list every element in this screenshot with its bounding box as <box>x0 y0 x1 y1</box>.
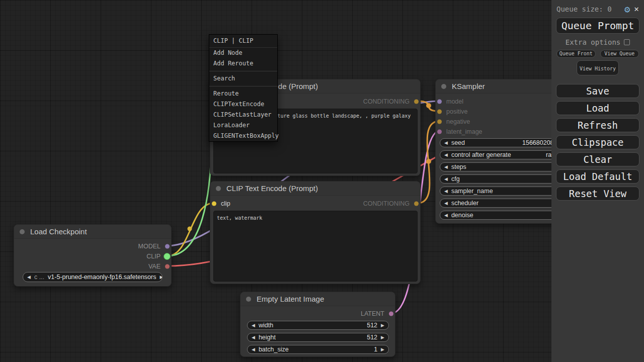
output-slot-latent[interactable]: LATENT <box>240 309 395 319</box>
decrement-arrow-icon[interactable]: ◀ <box>444 174 448 184</box>
queue-prompt-button[interactable]: Queue Prompt <box>556 18 639 34</box>
increment-arrow-icon[interactable]: ▶ <box>381 321 384 330</box>
positive-input-dot[interactable] <box>437 110 442 114</box>
node-clip-text-encode-negative[interactable]: CLIP Text Encode (Prompt) clip CONDITION… <box>210 181 421 284</box>
widget-label: width <box>259 322 273 329</box>
link-middot-positive <box>426 103 431 108</box>
load-default-button[interactable]: Load Default <box>556 169 639 184</box>
slot-label: LATENT <box>361 310 384 317</box>
menu-item-loraloader[interactable]: LoraLoader <box>209 120 277 131</box>
menu-item-add-reroute[interactable]: Add Reroute <box>209 58 277 69</box>
widget-value[interactable]: 1 <box>374 346 377 353</box>
conditioning-output-dot[interactable] <box>414 100 419 104</box>
output-slot-clip[interactable]: CLIP <box>14 251 171 261</box>
slot-label: CONDITIONING <box>363 200 410 207</box>
negative-input-dot[interactable] <box>437 120 442 124</box>
output-slot-model[interactable]: MODEL <box>14 241 171 251</box>
prev-arrow-icon[interactable]: ◀ <box>27 273 31 282</box>
slot-label: CONDITIONING <box>363 98 410 105</box>
node-empty-latent-image[interactable]: Empty Latent Image LATENT ◀ width 512 ▶ … <box>240 292 395 357</box>
node-title-bar[interactable]: Empty Latent Image <box>240 292 395 306</box>
menu-separator <box>209 86 277 86</box>
settings-gear-icon[interactable]: ⚙ <box>624 5 630 13</box>
collapse-dot-icon[interactable] <box>216 186 221 191</box>
decrement-arrow-icon[interactable]: ◀ <box>252 333 255 342</box>
next-arrow-icon[interactable]: ▶ <box>159 273 163 282</box>
sidebar-button-stack: Save Load Refresh Clipspace Clear Load D… <box>556 84 639 201</box>
menu-item-search[interactable]: Search <box>209 73 277 84</box>
latent-image-input-dot[interactable] <box>437 130 442 134</box>
node-canvas[interactable]: CLIP Text Encode (Prompt) clip CONDITION… <box>0 0 644 362</box>
vae-output-dot[interactable] <box>165 264 170 269</box>
menu-separator <box>209 71 277 71</box>
load-button[interactable]: Load <box>556 101 639 115</box>
view-history-row: View History <box>551 60 644 75</box>
wire-dragging-clip[interactable] <box>168 142 211 256</box>
collapse-dot-icon[interactable] <box>441 84 446 89</box>
clipspace-button[interactable]: Clipspace <box>556 135 639 149</box>
node-title-bar[interactable]: CLIP Text Encode (Prompt) <box>210 182 420 196</box>
widget-label: cfg <box>451 175 460 183</box>
latent-output-dot[interactable] <box>389 312 393 316</box>
decrement-arrow-icon[interactable]: ◀ <box>444 187 448 196</box>
link-middot-negative <box>426 159 431 164</box>
output-slot-vae[interactable]: VAE <box>14 261 171 272</box>
decrement-arrow-icon[interactable]: ◀ <box>252 321 255 330</box>
view-queue-button[interactable]: View Queue <box>600 50 639 58</box>
widget-label: denoise <box>451 212 473 219</box>
widget-value[interactable]: 512 <box>367 322 377 329</box>
link-middot-clip <box>188 227 192 231</box>
close-icon[interactable]: ✕ <box>634 5 639 13</box>
refresh-button[interactable]: Refresh <box>556 118 639 132</box>
node-title-label: Empty Latent Image <box>257 295 324 303</box>
menu-item-gligentextboxapply[interactable]: GLIGENTextBoxApply <box>209 131 277 141</box>
decrement-arrow-icon[interactable]: ◀ <box>252 345 255 354</box>
collapse-dot-icon[interactable] <box>246 297 251 302</box>
widget-ckpt-name[interactable]: ◀ c ... v1-5-pruned-emaonly-fp16.safeten… <box>23 272 163 282</box>
widget-batch-size[interactable]: ◀ batch_size 1 ▶ <box>247 345 389 354</box>
collapse-dot-icon[interactable] <box>20 229 25 234</box>
save-button[interactable]: Save <box>556 84 639 98</box>
slot-label: model <box>446 98 463 105</box>
menu-item-add-node[interactable]: Add Node <box>209 48 277 58</box>
clear-button[interactable]: Clear <box>556 152 639 166</box>
decrement-arrow-icon[interactable]: ◀ <box>444 211 448 220</box>
node-title-label: CLIP Text Encode (Prompt) <box>226 184 318 193</box>
slot-label: VAE <box>148 263 160 270</box>
widget-value[interactable]: 512 <box>367 334 377 341</box>
output-slot-conditioning[interactable]: CONDITIONING <box>210 199 420 209</box>
model-output-dot[interactable] <box>165 244 170 249</box>
context-menu-title: CLIP | CLIP <box>209 35 277 48</box>
widget-height[interactable]: ◀ height 512 ▶ <box>247 333 389 342</box>
menu-item-cliptextencode[interactable]: CLIPTextEncode <box>209 99 277 110</box>
menu-item-reroute[interactable]: Reroute <box>209 88 277 99</box>
increment-arrow-icon[interactable]: ▶ <box>381 345 384 354</box>
reset-view-button[interactable]: Reset View <box>556 187 639 201</box>
widget-label: control after generate <box>451 151 511 158</box>
prompt-textarea[interactable]: text, watermark <box>213 211 418 282</box>
decrement-arrow-icon[interactable]: ◀ <box>444 199 448 208</box>
widget-width[interactable]: ◀ width 512 ▶ <box>247 321 389 330</box>
node-load-checkpoint[interactable]: Load Checkpoint MODEL CLIP VAE ◀ c ... v… <box>14 224 172 287</box>
widget-label: steps <box>451 163 466 170</box>
node-title-bar[interactable]: Load Checkpoint <box>14 225 171 239</box>
widget-label: height <box>259 334 276 341</box>
increment-arrow-icon[interactable]: ▶ <box>381 333 384 342</box>
decrement-arrow-icon[interactable]: ◀ <box>444 138 448 147</box>
view-history-button[interactable]: View History <box>577 60 619 75</box>
node-title-label: KSampler <box>452 82 485 90</box>
extra-options-checkbox[interactable] <box>624 39 630 45</box>
menu-item-clipsetlastlayer[interactable]: CLIPSetLastLayer <box>209 110 277 120</box>
widget-value[interactable]: v1-5-pruned-emaonly-fp16.safetensors <box>48 274 156 281</box>
widget-label: seed <box>451 139 465 146</box>
decrement-arrow-icon[interactable]: ◀ <box>444 162 448 171</box>
decrement-arrow-icon[interactable]: ◀ <box>444 150 448 159</box>
slot-label: positive <box>446 108 467 115</box>
model-input-dot[interactable] <box>437 100 442 104</box>
queue-front-button[interactable]: Queue Front <box>556 50 596 58</box>
widget-label: c ... <box>34 274 44 281</box>
clip-output-dot-highlighted[interactable] <box>164 253 171 260</box>
node-title-label: Load Checkpoint <box>30 227 87 236</box>
conditioning-output-dot[interactable] <box>414 202 419 206</box>
queue-buttons-row: Queue Front View Queue <box>556 50 639 58</box>
